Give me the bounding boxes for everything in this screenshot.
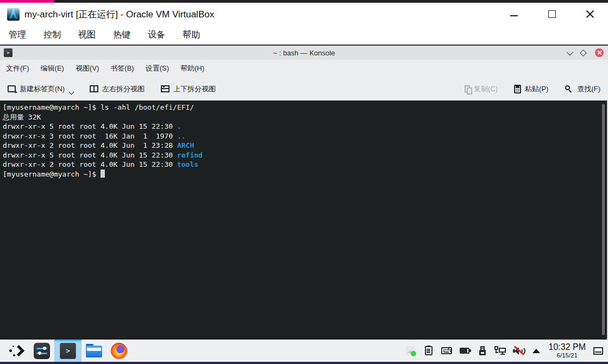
konsole-window-title: ~ : bash — Konsole [0, 46, 608, 60]
green-status-dot [411, 351, 416, 356]
expand-tray-button[interactable] [530, 345, 542, 357]
clipboard-icon [425, 346, 433, 355]
konsole-menubar: 文件(F) 编辑(E) 视图(V) 书签(B) 设置(S) 帮助(H) [0, 60, 608, 77]
paste-icon [514, 85, 521, 93]
konsole-menu-help[interactable]: 帮助(H) [180, 64, 204, 73]
vbox-maximize-button[interactable] [547, 9, 557, 19]
directory-name: tools [177, 160, 198, 168]
copy-label: 复制(C) [474, 84, 498, 94]
paste-button[interactable]: 粘贴(P) [514, 84, 548, 94]
close-icon [586, 10, 594, 18]
terminal-scrollbar[interactable] [602, 104, 605, 335]
dolphin-folder-icon [86, 344, 102, 357]
keyboard-icon [441, 347, 452, 354]
vbox-menu-input[interactable]: 热键 [113, 29, 130, 41]
copy-button: 复制(C) [465, 84, 498, 94]
wired-network-icon [494, 346, 506, 355]
vbox-titlebar: my-arch-virt [正在运行] - Oracle VM VirtualB… [0, 3, 608, 26]
directory-name: ARCH [177, 141, 194, 149]
directory-name: . [177, 122, 181, 130]
split-view-top-bottom-button[interactable]: 上下拆分视图 [161, 84, 216, 94]
clock-date: 6/15/21 [549, 352, 586, 359]
clipboard-tray-button[interactable] [423, 345, 435, 357]
new-tab-dropdown-icon [69, 90, 74, 95]
find-label: 查找(F) [577, 84, 600, 94]
konsole-menu-settings[interactable]: 设置(S) [146, 64, 169, 73]
volume-tray-button[interactable] [512, 345, 524, 357]
vbox-window-controls [481, 9, 595, 19]
terminal-output[interactable]: [myusername@myarch ~]$ ls -ahl /boot/efi… [0, 101, 608, 340]
find-button[interactable]: 查找(F) [565, 84, 600, 94]
split-left-right-label: 左右拆分视图 [102, 84, 145, 94]
konsole-toolbar: 新建标签页(N) 左右拆分视图 上下拆分视图 复制(C) 粘贴(P) [0, 77, 608, 101]
vm-guest-screen: ~ : bash — Konsole 文件(F) 编辑(E) 视图(V) 书签(… [0, 45, 608, 364]
split-top-bottom-icon [161, 85, 170, 92]
plasma-taskbar: 10:32 PM 6/15/21 [0, 340, 608, 362]
terminal-total-line: 总用量 32K [3, 112, 608, 122]
clock-widget[interactable]: 10:32 PM 6/15/21 [549, 342, 586, 359]
konsole-menu-file[interactable]: 文件(F) [6, 64, 29, 73]
vbox-menu-machine[interactable]: 控制 [43, 29, 61, 41]
usb-icon [479, 346, 486, 355]
vbox-menubar: 管理 控制 视图 热键 设备 帮助 [0, 26, 608, 45]
new-tab-label: 新建标签页(N) [20, 84, 65, 94]
paste-label: 粘贴(P) [525, 84, 548, 94]
terminal-cursor [101, 170, 105, 178]
volume-muted-icon [512, 346, 524, 356]
konsole-window-controls [567, 46, 604, 60]
konsole-menu-edit[interactable]: 编辑(E) [41, 64, 64, 73]
taskbar-item-settings[interactable] [29, 340, 54, 362]
media-status-tray-button[interactable] [405, 345, 417, 357]
battery-icon [460, 348, 469, 354]
new-tab-button[interactable]: 新建标签页(N) [8, 84, 73, 94]
split-top-bottom-label: 上下拆分视图 [173, 84, 216, 94]
vbox-close-button[interactable] [585, 9, 595, 19]
taskbar-item-dolphin[interactable] [82, 340, 106, 362]
vbox-menu-help[interactable]: 帮助 [183, 29, 200, 41]
taskbar-item-konsole-active[interactable] [54, 340, 82, 362]
bottom-screen-edge [0, 362, 608, 364]
terminal-command-line: [myusername@myarch ~]$ ls -ahl /boot/efi… [3, 103, 608, 112]
screen: my-arch-virt [正在运行] - Oracle VM VirtualB… [0, 0, 608, 364]
split-left-right-icon [90, 85, 98, 92]
show-desktop-button[interactable] [593, 347, 603, 355]
battery-tray-button[interactable] [459, 345, 471, 357]
system-settings-icon [34, 343, 50, 359]
copy-icon [465, 85, 470, 92]
system-tray [405, 345, 542, 357]
virtualbox-arch-icon [7, 8, 20, 21]
terminal-listing-row: drwxr-xr-x 2 root root 4.0K Jun 15 22:30… [3, 160, 608, 170]
terminal-listing-row: drwxr-xr-x 2 root root 4.0K Jun 1 23:28 … [3, 141, 608, 150]
terminal-prompt-line: [myusername@myarch ~]$ [3, 170, 608, 179]
plasma-launcher-icon [9, 344, 24, 358]
find-icon [565, 85, 573, 93]
vbox-window-title: my-arch-virt [正在运行] - Oracle VM VirtualB… [24, 8, 214, 21]
vbox-menu-devices[interactable]: 设备 [148, 29, 165, 41]
usb-tray-button[interactable] [477, 345, 488, 357]
display-status-icon [406, 346, 415, 355]
taskbar-item-firefox[interactable] [106, 340, 131, 362]
clock-time: 10:32 PM [549, 342, 586, 352]
new-tab-icon [8, 85, 16, 92]
caret-up-icon [532, 349, 540, 353]
konsole-icon [60, 343, 76, 359]
konsole-menu-view[interactable]: 视图(V) [76, 64, 99, 73]
konsole-minimize-button[interactable] [567, 48, 574, 55]
network-tray-button[interactable] [494, 345, 506, 357]
minimize-icon [510, 15, 518, 16]
konsole-maximize-button[interactable] [580, 49, 587, 57]
firefox-icon [111, 343, 127, 359]
directory-name: refind [177, 151, 203, 159]
keyboard-tray-button[interactable] [441, 345, 453, 357]
terminal-listing-row: drwxr-xr-x 5 root root 4.0K Jun 15 22:30… [3, 150, 608, 160]
terminal-listing-row: drwxr-xr-x 5 root root 4.0K Jun 15 22:30… [3, 122, 608, 131]
split-view-left-right-button[interactable]: 左右拆分视图 [90, 84, 145, 94]
vbox-menu-file[interactable]: 管理 [9, 29, 26, 41]
vbox-menu-view[interactable]: 视图 [78, 29, 96, 41]
konsole-close-button[interactable] [595, 48, 604, 57]
konsole-menu-bookmarks[interactable]: 书签(B) [110, 64, 134, 73]
terminal-listing-row: drwxr-xr-x 3 root root 16K Jan 1 1970 .. [3, 131, 608, 141]
app-launcher-button[interactable] [4, 340, 29, 362]
konsole-titlebar[interactable]: ~ : bash — Konsole [0, 46, 608, 60]
vbox-minimize-button[interactable] [509, 9, 519, 19]
